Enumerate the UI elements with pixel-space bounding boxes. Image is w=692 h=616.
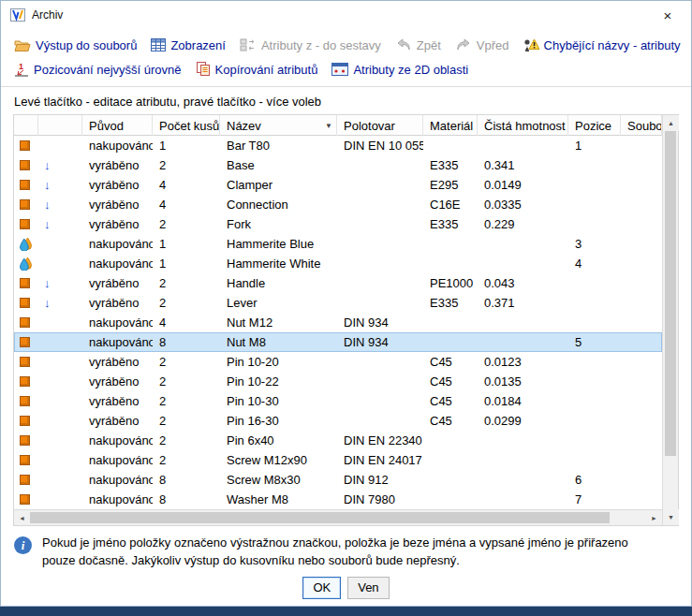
table-header: PůvodPočet kusůNázev▼PolotovarMateriálČi… — [14, 115, 662, 136]
table-row[interactable]: ↓vyráběno2LeverE3350.371 — [14, 293, 662, 313]
part-icon — [20, 435, 30, 446]
table-row[interactable]: ↓vyráběno4ClamperE2950.0149 — [14, 175, 662, 195]
column-header-level[interactable] — [38, 115, 82, 136]
cell-pocet-kusu: 2 — [153, 433, 220, 447]
table-row[interactable]: nakupováno8Screw M8x30DIN 9126 — [14, 470, 662, 490]
app-icon — [10, 8, 25, 22]
table-row[interactable]: vyráběno2Pin 10-22C450.0135 — [14, 372, 662, 391]
table-row[interactable]: ↓vyráběno4ConnectionC16E0.0335 — [14, 195, 662, 214]
toolbar-item-chybejici-nazvy[interactable]: Chybějící názvy - atributy — [523, 38, 681, 52]
table-row[interactable]: nakupováno4Nut M12DIN 934 — [14, 313, 662, 332]
toolbar-item-label: Kopírování atributů — [215, 63, 318, 77]
table-row[interactable]: nakupováno1Hammerite White4 — [14, 254, 662, 273]
toolbar-item-label: Chybějící názvy - atributy — [544, 38, 681, 52]
cell-pocet-kusu: 8 — [153, 335, 220, 349]
cell-nazev: Pin 16-30 — [220, 414, 337, 428]
table-row[interactable]: nakupováno1Hammerite Blue3 — [14, 234, 662, 254]
scroll-left-icon[interactable]: ◄ — [14, 510, 30, 525]
cell-material: C45 — [423, 355, 478, 369]
column-header-type-icon[interactable] — [14, 115, 38, 136]
column-label: Počet kusů — [159, 119, 219, 133]
column-header-puvod[interactable]: Původ — [82, 115, 153, 136]
cell-polotovar: DIN EN 22340 — [337, 433, 423, 447]
toolbar-item-zobrazeni[interactable]: Zobrazení — [151, 38, 226, 52]
ok-button[interactable]: OK — [302, 577, 341, 599]
cell-nazev: Pin 10-30 — [220, 394, 337, 408]
column-header-soubor[interactable]: Soubor — [621, 115, 662, 136]
cell-pocet-kusu: 1 — [153, 257, 220, 271]
cell-puvod: nakupováno — [82, 257, 153, 271]
parts-table: PůvodPočet kusůNázev▼PolotovarMateriálČi… — [13, 114, 679, 526]
close-button[interactable]: × — [654, 3, 682, 27]
cell-pocet-kusu: 4 — [153, 315, 220, 330]
column-header-material[interactable]: Materiál — [423, 115, 478, 136]
cell-nazev: Pin 10-20 — [220, 355, 337, 369]
cell-puvod: vyráběno — [82, 355, 153, 369]
column-header-cista-hmotnost[interactable]: Čistá hmotnost — [478, 115, 568, 136]
cell-pocet-kusu: 4 — [153, 198, 220, 212]
table-row-selected[interactable]: nakupováno8Nut M8DIN 9345 — [14, 332, 662, 352]
vertical-scroll-thumb[interactable] — [665, 131, 676, 456]
cell-material: E335 — [423, 217, 478, 231]
cell-pocet-kusu: 2 — [153, 355, 220, 369]
cell-type-icon — [14, 455, 38, 465]
cell-type-icon — [14, 357, 38, 367]
cell-puvod: vyráběno — [82, 178, 153, 192]
table-row[interactable]: nakupováno8Washer M8DIN 79807 — [14, 490, 662, 509]
toolbar-item-kopirovani-atributu[interactable]: Kopírování atributů — [196, 62, 318, 77]
column-header-pozice[interactable]: Pozice — [568, 115, 621, 136]
cell-level: ↓ — [38, 277, 82, 289]
cell-pocet-kusu: 2 — [153, 276, 220, 290]
parts-table-main: PůvodPočet kusůNázev▼PolotovarMateriálČi… — [14, 115, 662, 525]
paint-drop-icon — [20, 237, 32, 251]
cell-puvod: vyráběno — [82, 296, 153, 310]
cell-nazev: Hammerite Blue — [220, 237, 337, 251]
cell-puvod: vyráběno — [82, 414, 153, 428]
table-row[interactable]: ↓vyráběno2HandlePE10000.043 — [14, 273, 662, 293]
cell-type-icon — [14, 435, 38, 446]
table-row[interactable]: nakupováno1Bar T80DIN EN 10 0551 — [14, 136, 662, 155]
paint-drop-icon — [20, 257, 32, 271]
part-icon — [20, 396, 30, 406]
cell-type-icon — [14, 337, 38, 347]
table-row[interactable]: ↓vyráběno2ForkE3350.229 — [14, 214, 662, 234]
attributes-2d-icon — [331, 63, 348, 76]
table-row[interactable]: vyráběno2Pin 16-30C450.0299 — [14, 411, 662, 431]
cell-type-icon — [14, 416, 38, 426]
toolbar-item-zpet: Zpět — [395, 38, 441, 52]
toolbar-item-atributy-2d[interactable]: Atributy ze 2D oblasti — [331, 63, 468, 77]
horizontal-scroll-thumb[interactable] — [30, 512, 610, 523]
scroll-down-icon[interactable]: ▼ — [663, 509, 679, 525]
column-header-nazev[interactable]: Název▼ — [220, 115, 337, 136]
horizontal-scrollbar[interactable]: ◄ ► — [14, 509, 662, 525]
scroll-right-icon[interactable]: ► — [646, 510, 662, 525]
table-row[interactable]: nakupováno2Pin 6x40DIN EN 22340 — [14, 431, 662, 450]
cell-puvod: nakupováno — [82, 453, 153, 467]
column-label: Soubor — [627, 119, 662, 133]
window-title: Archiv — [32, 8, 63, 22]
cell-level: ↓ — [38, 159, 82, 171]
cell-material: C16E — [423, 198, 478, 212]
toolbar-item-vpred: Vpřed — [455, 38, 509, 52]
column-header-pocet-kusu[interactable]: Počet kusů — [153, 115, 220, 136]
table-row[interactable]: vyráběno2Pin 10-30C450.0184 — [14, 391, 662, 411]
toolbar-item-pozicovani[interactable]: 1 Pozicování nejvyšší úrovně — [14, 62, 182, 77]
warning-icon — [523, 38, 539, 52]
horizontal-scroll-track[interactable] — [30, 510, 646, 525]
undo-icon — [395, 38, 412, 51]
cell-cista-hmotnost: 0.0184 — [478, 394, 568, 408]
table-row[interactable]: ↓vyráběno2BaseE3350.341 — [14, 155, 662, 175]
scroll-up-icon[interactable]: ▲ — [663, 115, 679, 131]
toolbar-item-vystup-do-souboru[interactable]: Výstup do souborů — [14, 38, 137, 52]
titlebar: Archiv × — [1, 1, 691, 29]
table-row[interactable]: nakupováno2Screw M12x90DIN EN 24017 — [14, 450, 662, 470]
vertical-scroll-track[interactable] — [663, 131, 678, 509]
ven-button[interactable]: Ven — [347, 577, 389, 599]
cell-polotovar: DIN EN 10 055 — [337, 139, 423, 153]
column-header-polotovar[interactable]: Polotovar — [337, 115, 423, 136]
part-icon — [20, 140, 30, 151]
vertical-scrollbar[interactable]: ▲ ▼ — [662, 115, 678, 525]
cell-nazev: Screw M12x90 — [220, 453, 337, 467]
level-down-arrow-icon: ↓ — [44, 218, 51, 230]
table-row[interactable]: vyráběno2Pin 10-20C450.0123 — [14, 352, 662, 372]
